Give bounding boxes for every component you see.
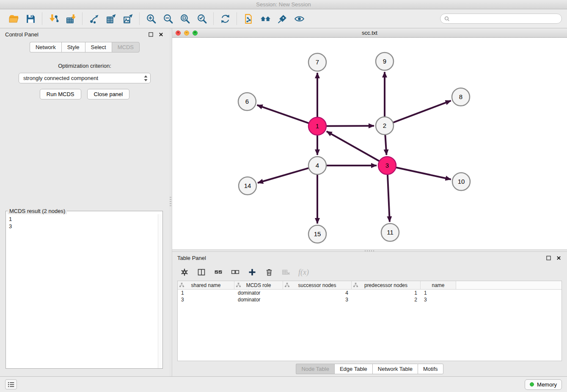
close-panel-button[interactable]: Close panel: [87, 89, 130, 99]
float-panel-icon[interactable]: [148, 31, 154, 38]
graph-node-1[interactable]: 1: [308, 117, 326, 135]
add-column-button[interactable]: [248, 268, 257, 277]
maximize-window-icon[interactable]: +: [193, 30, 198, 36]
graph-edge-3-10[interactable]: [396, 167, 451, 179]
graph-edge-3-11[interactable]: [388, 174, 390, 222]
import-network-button[interactable]: [45, 11, 62, 26]
export-image-button[interactable]: [119, 11, 136, 26]
table-cell-shared_name: 3: [178, 297, 234, 303]
column-header-successor-nodes[interactable]: successor nodes: [283, 281, 352, 290]
column-header-name[interactable]: name: [421, 281, 456, 290]
tab-style[interactable]: Style: [61, 42, 85, 52]
splitter-grip: [170, 197, 171, 207]
graph-node-14[interactable]: 14: [239, 177, 256, 195]
tab-select[interactable]: Select: [85, 42, 112, 52]
tab-node-table[interactable]: Node Table: [296, 364, 334, 374]
graph-node-11[interactable]: 11: [381, 224, 399, 241]
column-header-shared-name[interactable]: shared name: [178, 281, 234, 290]
table-row[interactable]: 1dominator411: [178, 290, 561, 296]
tab-network[interactable]: Network: [30, 42, 61, 52]
save-session-button[interactable]: [22, 11, 39, 26]
search-field[interactable]: [440, 14, 562, 24]
vertical-splitter[interactable]: [169, 28, 172, 376]
graph-edge-4-14[interactable]: [258, 168, 309, 183]
show-hide-button[interactable]: [291, 11, 308, 26]
tab-edge-table[interactable]: Edge Table: [334, 364, 372, 374]
graph-node-6[interactable]: 6: [238, 93, 256, 110]
close-panel-icon[interactable]: [158, 31, 164, 38]
deselect-all-columns-button[interactable]: [231, 268, 240, 277]
export-network-button[interactable]: [85, 11, 102, 26]
sort-icon: [285, 283, 289, 287]
graph-node-8[interactable]: 8: [452, 88, 470, 106]
control-panel-title: Control Panel: [5, 31, 39, 38]
delete-column-button[interactable]: [264, 268, 274, 277]
graph-node-7[interactable]: 7: [308, 53, 326, 71]
run-mcds-button[interactable]: Run MCDS: [40, 89, 81, 99]
graph-node-15[interactable]: 15: [308, 225, 326, 243]
zoom-out-button[interactable]: [160, 11, 176, 26]
graph-node-10[interactable]: 10: [452, 173, 470, 190]
tab-motifs[interactable]: Motifs: [418, 364, 443, 374]
svg-text:9: 9: [383, 58, 386, 65]
sort-icon: [179, 283, 184, 287]
table-panel: Table Panel: [172, 252, 567, 376]
horizontal-splitter[interactable]: [172, 249, 567, 252]
table-toolbar: f(x): [172, 264, 567, 281]
first-neighbors-icon: [260, 14, 271, 24]
search-input[interactable]: [452, 16, 558, 22]
mcds-result-list[interactable]: 13: [6, 214, 162, 368]
first-neighbors-button[interactable]: [257, 11, 274, 26]
window-title: Session: New Session: [256, 1, 311, 8]
close-window-icon[interactable]: ×: [176, 30, 181, 36]
panels-menu-button[interactable]: [5, 379, 17, 389]
add-icon: [248, 268, 256, 276]
export-table-button[interactable]: [102, 11, 119, 26]
table-cell-successor: 3: [283, 297, 352, 303]
optimization-criterion-label: Optimization criterion:: [0, 63, 169, 69]
function-builder-button[interactable]: f(x): [298, 268, 309, 277]
column-header-mcds-role[interactable]: MCDS role: [234, 281, 283, 290]
refresh-button[interactable]: [217, 11, 234, 26]
gear-button[interactable]: [180, 268, 189, 277]
new-network-from-selection-button[interactable]: [240, 11, 257, 26]
main-toolbar: [0, 9, 567, 28]
graph-edge-2-8[interactable]: [393, 101, 451, 123]
graph-edge-3-1[interactable]: [327, 131, 380, 161]
graph-edge-2-3[interactable]: [385, 135, 386, 155]
control-panel-tabs: Network Style Select MCDS: [0, 40, 169, 52]
graph-node-4[interactable]: 4: [308, 157, 326, 174]
network-canvas[interactable]: 7968124314101511: [172, 38, 567, 249]
column-header-label: shared name: [191, 282, 220, 288]
mcds-result-box: MCDS result (2 nodes) 13: [6, 208, 163, 369]
tab-network-table[interactable]: Network Table: [372, 364, 418, 374]
svg-text:3: 3: [385, 162, 389, 169]
zoom-fit-icon: [180, 14, 190, 24]
svg-text:7: 7: [316, 58, 319, 66]
column-header-predecessor-nodes[interactable]: predecessor nodes: [352, 281, 421, 290]
delete-table-button[interactable]: [281, 268, 291, 277]
select-all-columns-button[interactable]: [214, 268, 223, 277]
float-panel-icon[interactable]: [545, 255, 552, 261]
graph-node-9[interactable]: 9: [376, 52, 394, 70]
zoom-in-button[interactable]: [143, 11, 160, 26]
style-painter-button[interactable]: [274, 11, 291, 26]
result-scrollbar[interactable]: [158, 214, 162, 368]
zoom-fit-button[interactable]: [176, 11, 193, 26]
table-row[interactable]: 3dominator323: [178, 296, 561, 303]
minimize-window-icon[interactable]: −: [184, 30, 189, 36]
svg-text:10: 10: [458, 178, 465, 185]
graph-edge-1-6[interactable]: [257, 105, 309, 123]
split-columns-button[interactable]: [197, 268, 206, 277]
memory-button[interactable]: Memory: [525, 379, 562, 390]
optimization-criterion-select[interactable]: strongly connected component: [19, 73, 151, 83]
graph-edge-1-2[interactable]: [326, 126, 374, 126]
import-table-button[interactable]: [62, 11, 79, 26]
graph-node-3[interactable]: 3: [378, 157, 396, 174]
graph-node-2[interactable]: 2: [376, 117, 394, 135]
tab-mcds[interactable]: MCDS: [112, 42, 140, 52]
open-session-button[interactable]: [5, 11, 22, 26]
gear-icon: [180, 268, 189, 276]
close-panel-icon[interactable]: [556, 255, 562, 261]
zoom-selected-button[interactable]: [193, 11, 210, 26]
